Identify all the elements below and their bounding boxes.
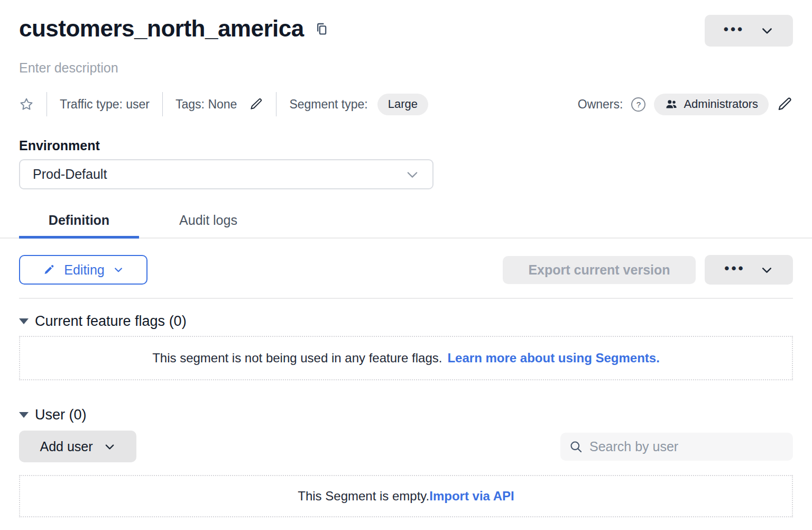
segment-type-badge: Large bbox=[377, 94, 428, 115]
section-divider bbox=[19, 298, 793, 299]
divider bbox=[47, 92, 47, 116]
search-by-user-box bbox=[560, 433, 793, 461]
environment-selected-value: Prod-Default bbox=[33, 167, 107, 182]
feature-flags-empty-text: This segment is not being used in any fe… bbox=[152, 351, 442, 365]
ellipsis-icon: ••• bbox=[724, 22, 744, 36]
owners-help-icon[interactable]: ? bbox=[631, 97, 645, 112]
chevron-down-icon bbox=[760, 263, 773, 277]
edit-owners-pencil-icon[interactable] bbox=[777, 96, 793, 112]
chevron-down-icon bbox=[760, 24, 774, 38]
divider bbox=[276, 92, 276, 116]
editing-label: Editing bbox=[64, 262, 104, 278]
user-section-header[interactable]: User (0) bbox=[19, 407, 793, 423]
owners-value: Administrators bbox=[684, 97, 758, 111]
collapse-triangle-icon bbox=[19, 412, 29, 418]
user-heading: User (0) bbox=[35, 407, 87, 423]
tab-bar: Definition Audit logs bbox=[0, 213, 812, 239]
search-by-user-input[interactable] bbox=[589, 439, 785, 454]
pencil-filled-icon bbox=[43, 263, 56, 276]
people-icon bbox=[665, 97, 678, 111]
add-user-button[interactable]: Add user bbox=[19, 431, 136, 462]
traffic-type-label: Traffic type: user bbox=[60, 97, 150, 112]
chevron-down-icon bbox=[113, 264, 124, 275]
user-controls-row: Add user bbox=[19, 431, 793, 462]
header-more-actions-button[interactable]: ••• bbox=[705, 15, 793, 47]
add-user-label: Add user bbox=[40, 439, 93, 454]
feature-flags-heading: Current feature flags (0) bbox=[35, 313, 187, 330]
user-empty-state: This Segment is empty. Import via API bbox=[19, 475, 793, 517]
user-empty-text: This Segment is empty. bbox=[298, 489, 429, 504]
chevron-down-icon bbox=[104, 441, 116, 453]
environment-select[interactable]: Prod-Default bbox=[19, 159, 433, 189]
description-field[interactable]: Enter description bbox=[19, 60, 793, 76]
copy-name-icon[interactable] bbox=[313, 21, 329, 37]
learn-more-segments-link[interactable]: Learn more about using Segments. bbox=[447, 351, 659, 365]
toolbar-more-actions-button[interactable]: ••• bbox=[705, 255, 793, 285]
divider bbox=[162, 92, 163, 116]
tab-definition[interactable]: Definition bbox=[19, 213, 139, 237]
page-title: customers_north_america bbox=[19, 15, 304, 42]
owners-badge[interactable]: Administrators bbox=[654, 94, 769, 115]
search-icon bbox=[569, 440, 583, 454]
editing-mode-button[interactable]: Editing bbox=[19, 255, 147, 285]
tags-label: Tags: None bbox=[176, 97, 237, 112]
export-current-version-button[interactable]: Export current version bbox=[503, 256, 696, 284]
feature-flags-empty-state: This segment is not being used in any fe… bbox=[19, 336, 793, 380]
feature-flags-section-header[interactable]: Current feature flags (0) bbox=[19, 313, 793, 330]
header: customers_north_america ••• bbox=[19, 15, 793, 47]
edit-tags-pencil-icon[interactable] bbox=[250, 97, 263, 111]
definition-toolbar: Editing Export current version ••• bbox=[19, 255, 793, 285]
meta-row: Traffic type: user Tags: None Segment ty… bbox=[19, 92, 793, 117]
tab-audit-logs[interactable]: Audit logs bbox=[139, 213, 278, 237]
owners-group: Owners: ? Administrators bbox=[578, 94, 793, 115]
ellipsis-icon: ••• bbox=[724, 261, 745, 275]
owners-label: Owners: bbox=[578, 97, 623, 112]
collapse-triangle-icon bbox=[19, 318, 29, 324]
chevron-down-icon bbox=[405, 167, 420, 182]
import-via-api-link[interactable]: Import via API bbox=[429, 489, 514, 504]
segment-detail-page: customers_north_america ••• Enter descri… bbox=[0, 0, 812, 530]
segment-type-label: Segment type: bbox=[289, 97, 367, 112]
favorite-star-icon[interactable] bbox=[19, 97, 34, 112]
environment-label: Environment bbox=[19, 138, 793, 153]
